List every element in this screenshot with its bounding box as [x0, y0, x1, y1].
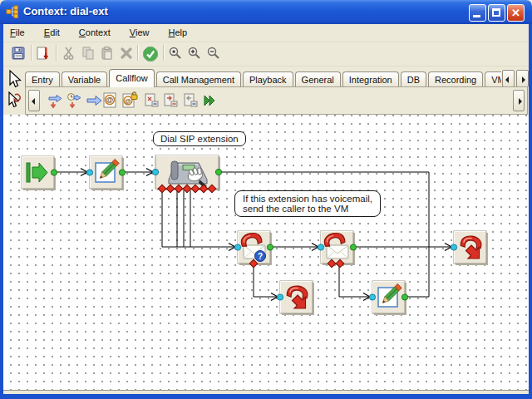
menu-edit[interactable]: Edit	[37, 25, 66, 37]
set-variable-node-2[interactable]	[369, 281, 407, 315]
out-connector[interactable]	[350, 244, 356, 250]
out-connector[interactable]	[51, 170, 57, 175]
triangle-left-icon	[505, 76, 509, 83]
zoom-out-button[interactable]	[204, 44, 223, 62]
comment-label[interactable]: If this extension has voicemail, send th…	[234, 190, 381, 217]
close-button[interactable]: ✕	[507, 4, 525, 22]
scissors-icon	[62, 46, 76, 61]
comment-line-1: If this extension has voicemail,	[243, 194, 372, 204]
hangup-node[interactable]	[277, 281, 314, 315]
palette-transfer-button[interactable]	[86, 91, 103, 110]
svg-text:@: @	[106, 96, 114, 104]
check-circle-icon	[142, 46, 159, 62]
transfer-arrow-icon	[86, 91, 103, 110]
voicemail-send-node[interactable]	[318, 231, 356, 268]
magnifier-minus-icon	[206, 46, 221, 61]
magnifier-icon	[168, 46, 183, 61]
tab-scroll-left-button[interactable]	[502, 70, 515, 87]
palette-timeout-button[interactable]	[66, 91, 83, 110]
svg-text:?: ?	[258, 252, 263, 261]
minimize-icon	[473, 15, 480, 17]
maximize-button[interactable]	[488, 4, 505, 22]
tab-db[interactable]: DB	[401, 71, 426, 87]
menu-help[interactable]: Help	[162, 25, 195, 37]
minimize-button[interactable]	[469, 4, 486, 22]
callflow-palette: @ @	[25, 86, 528, 115]
connect-tool-button[interactable]	[4, 91, 23, 111]
menu-view[interactable]: View	[123, 25, 156, 37]
maximize-icon	[492, 8, 500, 17]
delete-button[interactable]	[117, 44, 135, 62]
tab-integration[interactable]: Integration	[342, 71, 399, 87]
start-node[interactable]	[22, 156, 57, 190]
paste-icon	[100, 46, 115, 61]
in-connector[interactable]	[86, 170, 92, 175]
menu-file[interactable]: File	[3, 25, 32, 37]
palette-include-button[interactable]	[161, 91, 179, 110]
palette-jump-button[interactable]	[181, 91, 199, 110]
dial-node[interactable]	[152, 155, 221, 193]
tab-callflow[interactable]: Callflow	[109, 69, 155, 87]
window-border-bottom	[0, 393, 532, 399]
timeout-icon	[66, 91, 83, 110]
palette-exec-button[interactable]	[200, 91, 218, 110]
application-window: Context: dial-ext ✕ File Edit Context Vi…	[0, 0, 532, 399]
tab-entry[interactable]: Entry	[25, 71, 60, 87]
select-tool-button[interactable]	[4, 69, 23, 89]
tab-vm-conf[interactable]: VM & Conf	[485, 71, 501, 87]
tab-recording[interactable]: Recording	[428, 71, 483, 87]
out-connector[interactable]	[119, 170, 125, 175]
copy-icon	[81, 46, 96, 61]
email-secure-icon: @	[121, 91, 139, 110]
hangup-node-terminal[interactable]	[451, 231, 488, 265]
in-connector[interactable]	[277, 294, 283, 300]
delete-icon	[119, 46, 134, 61]
cut-button[interactable]	[60, 44, 78, 62]
save-button[interactable]	[9, 44, 27, 62]
in-connector[interactable]	[152, 169, 158, 175]
palette-email-secure-button[interactable]: @	[121, 91, 139, 110]
connect-pointer-icon	[4, 91, 23, 111]
macro-doc-icon	[142, 91, 160, 110]
email-icon: @	[101, 91, 119, 110]
zoom-in-button[interactable]	[185, 44, 204, 62]
save-icon	[11, 46, 26, 61]
main-toolbar	[3, 42, 529, 66]
voicemail-check-node[interactable]: ?	[234, 231, 273, 268]
dial-node-label[interactable]: Dial SIP extension	[153, 131, 246, 146]
window-title: Context: dial-ext	[23, 5, 108, 17]
menu-context[interactable]: Context	[72, 25, 117, 37]
validate-button[interactable]	[140, 44, 159, 62]
tab-playback[interactable]: Playback	[243, 71, 293, 87]
palette-email-button[interactable]: @	[101, 91, 119, 110]
set-variable-node[interactable]	[86, 156, 125, 190]
include-doc-icon	[161, 91, 179, 110]
close-document-icon	[35, 46, 50, 61]
out-connector[interactable]	[267, 244, 273, 250]
tab-scroll-right-button[interactable]	[516, 70, 529, 87]
tab-general[interactable]: General	[295, 71, 341, 87]
title-bar[interactable]: Context: dial-ext ✕	[0, 0, 532, 24]
palette-goto-button[interactable]	[47, 91, 64, 110]
status-strip	[3, 390, 529, 394]
tab-variable[interactable]: Variable	[62, 71, 108, 87]
in-connector[interactable]	[369, 294, 375, 300]
palette-macro-button[interactable]	[142, 91, 160, 110]
tab-call-management[interactable]: Call Management	[156, 71, 241, 87]
copy-button[interactable]	[79, 44, 97, 62]
out-connector[interactable]	[401, 294, 407, 300]
in-connector[interactable]	[318, 244, 323, 250]
comment-line-2: send the caller to the VM	[243, 204, 372, 214]
flow-canvas[interactable]: ?	[3, 115, 529, 390]
in-connector[interactable]	[234, 244, 240, 250]
out-connector[interactable]	[215, 169, 221, 175]
select-pointer-icon	[4, 69, 23, 89]
close-context-button[interactable]	[33, 44, 52, 62]
zoom-reset-button[interactable]	[166, 44, 185, 62]
in-connector[interactable]	[451, 244, 456, 250]
paste-button[interactable]	[98, 44, 116, 62]
window-border-right	[529, 24, 532, 399]
palette-scroll-right-button[interactable]	[513, 90, 525, 111]
menu-bar: File Edit Context View Help	[3, 25, 529, 42]
palette-scroll-left-button[interactable]	[28, 90, 40, 111]
